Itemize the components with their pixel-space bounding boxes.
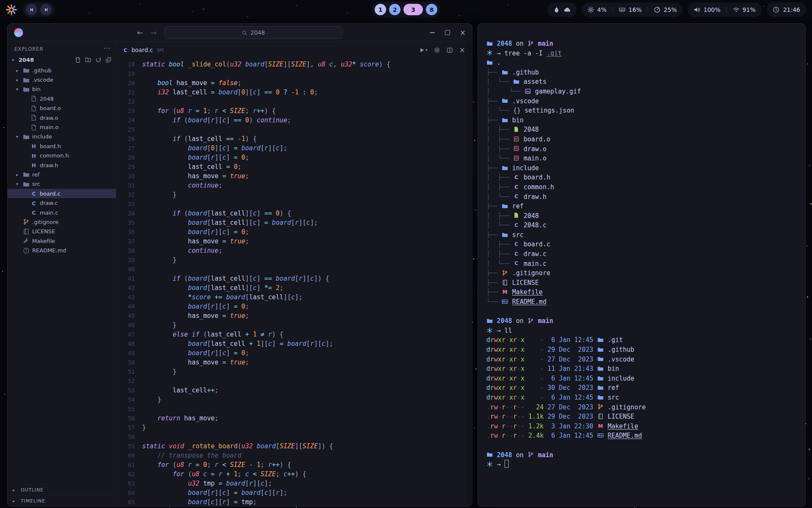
terminal-window[interactable]: 2048 on main → tree -a -I .git .├── .git… xyxy=(477,23,806,507)
tree-item-ref[interactable]: ▸ref xyxy=(8,170,116,179)
code-text: for (u8 r = 0; r < SIZE - 1; r++) { xyxy=(142,460,291,469)
tree-item-.vscode[interactable]: ▸.vscode xyxy=(8,75,116,84)
code-line: 53 last_cell++; xyxy=(116,386,472,395)
tree-item-label: README.md xyxy=(32,247,66,254)
code-line: 29 last_cell = 0; xyxy=(116,162,472,171)
folder-icon xyxy=(23,86,30,93)
tree-item-2048[interactable]: 2048 xyxy=(8,94,116,103)
svg-text:C: C xyxy=(515,222,518,228)
folder-icon xyxy=(502,117,508,123)
stat-gear: 4% xyxy=(587,6,606,13)
tree-item-board.o[interactable]: board.o xyxy=(8,104,116,113)
tree-item-board.c[interactable]: Cboard.c xyxy=(8,189,116,198)
code-line: 58 xyxy=(116,432,472,442)
git-icon xyxy=(527,318,534,324)
tree-item-src[interactable]: ▾src xyxy=(8,179,116,189)
tree-item-board.h[interactable]: Hboard.h xyxy=(8,141,116,151)
tab-board-c[interactable]: C board.c src xyxy=(122,47,164,53)
code-line: 40 xyxy=(116,265,472,274)
minimize-button[interactable] xyxy=(429,29,436,36)
tab-filename: board.c xyxy=(132,47,153,53)
tree-item-common.h[interactable]: Hcommon.h xyxy=(8,151,116,160)
tree-item-draw.c[interactable]: Cdraw.c xyxy=(8,198,116,207)
weather-widget[interactable] xyxy=(547,3,576,17)
terminal-line: ├── include xyxy=(486,163,798,173)
clang-icon: C xyxy=(513,241,520,247)
line-number: 58 xyxy=(116,432,142,442)
code-text: // transpose the board xyxy=(142,451,241,460)
nav-forward-button[interactable]: → xyxy=(151,29,156,36)
new-file-button[interactable] xyxy=(75,57,81,63)
terminal-line: │ └── main.o xyxy=(486,154,798,163)
clang-icon: C xyxy=(30,190,37,197)
code-text: for (u8 r = 1; r < SIZE; r++) { xyxy=(142,106,276,116)
tree-item-label: board.c xyxy=(40,190,60,197)
tree-item-LICENSE[interactable]: LICENSE xyxy=(8,227,116,236)
tree-item-label: ref xyxy=(32,171,40,178)
code-area[interactable]: 18static bool _slide_col(u32 board[SIZE]… xyxy=(116,58,472,506)
svg-text:C: C xyxy=(515,174,518,180)
command-search-box[interactable]: 2048 xyxy=(164,26,343,39)
tree-item-include[interactable]: ▾include xyxy=(8,132,116,141)
tree-item-README.md[interactable]: README.md xyxy=(8,246,116,255)
close-button[interactable]: × xyxy=(459,29,466,36)
git-icon xyxy=(527,40,534,47)
terminal-line: │ ├── 2048 xyxy=(486,211,798,221)
vscode-window: ← → 2048 × EXPLORER ··· ▾ xyxy=(7,23,472,507)
code-line: 39 } xyxy=(116,255,472,265)
line-number: 53 xyxy=(116,386,142,395)
code-line: 61 for (u8 r = 0; r < SIZE - 1; r++) { xyxy=(116,460,472,469)
folder-icon xyxy=(23,67,30,74)
line-number: 25 xyxy=(116,125,142,134)
terminal-line: │ ├── C common.h xyxy=(486,182,798,192)
split-editor-button[interactable] xyxy=(447,47,453,53)
code-text: continue; xyxy=(142,246,222,255)
terminal-line: │ └── assets xyxy=(486,77,798,87)
workspace-2[interactable]: 2 xyxy=(389,4,401,15)
tree-item-.gitignore[interactable]: .gitignore xyxy=(8,217,116,226)
terminal-line: ├── .github xyxy=(486,68,798,77)
code-line: 49 board[r][c] = 0; xyxy=(116,348,472,358)
nav-back-button[interactable]: ← xyxy=(137,29,143,36)
svg-text:C: C xyxy=(32,200,36,206)
system-logo-icon[interactable] xyxy=(6,4,17,15)
svg-text:C: C xyxy=(515,260,518,266)
tree-item-draw.h[interactable]: Hdraw.h xyxy=(8,160,116,170)
new-folder-button[interactable] xyxy=(85,57,91,63)
workspace-1[interactable]: 1 xyxy=(375,4,386,15)
line-number: 48 xyxy=(116,339,142,348)
vscode-titlebar[interactable]: ← → 2048 × xyxy=(8,24,472,42)
terminal-line: ├── .gitignore xyxy=(486,268,798,278)
refresh-explorer-button[interactable] xyxy=(95,57,102,63)
maximize-button[interactable] xyxy=(444,29,451,36)
terminal-line: drwxr-xr-x - 6 Jan 12:45 src xyxy=(486,393,798,403)
explorer-more-button[interactable]: ··· xyxy=(104,47,111,51)
media-prev-button[interactable] xyxy=(26,4,37,15)
media-next-button[interactable] xyxy=(40,4,52,15)
project-root-item[interactable]: ▾ 2048 xyxy=(8,55,116,65)
workspace-3[interactable]: 3 xyxy=(403,4,423,15)
tree-item-main.c[interactable]: Cmain.c xyxy=(8,208,116,217)
tree-item-draw.o[interactable]: draw.o xyxy=(8,113,116,122)
timeline-panel-header[interactable]: ▸TIMELINE xyxy=(8,495,116,506)
file-icon xyxy=(513,126,520,133)
stat-value: 25% xyxy=(664,6,677,13)
tree-item-.github[interactable]: ▸.github xyxy=(8,66,116,75)
outline-panel-header[interactable]: ▸OUTLINE xyxy=(8,484,116,495)
close-editor-button[interactable]: × xyxy=(459,47,465,54)
folder-icon xyxy=(597,346,604,353)
tree-item-main.o[interactable]: main.o xyxy=(8,122,116,132)
workspace-8[interactable]: 8 xyxy=(426,4,437,15)
code-line: 32 } xyxy=(116,190,472,199)
run-button[interactable]: ▾ xyxy=(419,47,428,53)
tree-item-bin[interactable]: ▾bin xyxy=(8,85,116,94)
desktop: 1238 4%16%25% 100%91% 21:46 ← → 2048 xyxy=(0,0,812,508)
code-text: if (board[last_cell][c] == board[r][c]) … xyxy=(142,274,329,283)
md-icon xyxy=(597,432,604,439)
stat-ram: 16% xyxy=(619,6,642,13)
code-line: 56 return has_move; xyxy=(116,414,472,423)
editor-settings-button[interactable] xyxy=(434,47,440,53)
tree-item-Makefile[interactable]: Makefile xyxy=(8,236,116,246)
line-number: 46 xyxy=(116,320,142,330)
collapse-folders-button[interactable] xyxy=(105,57,112,63)
